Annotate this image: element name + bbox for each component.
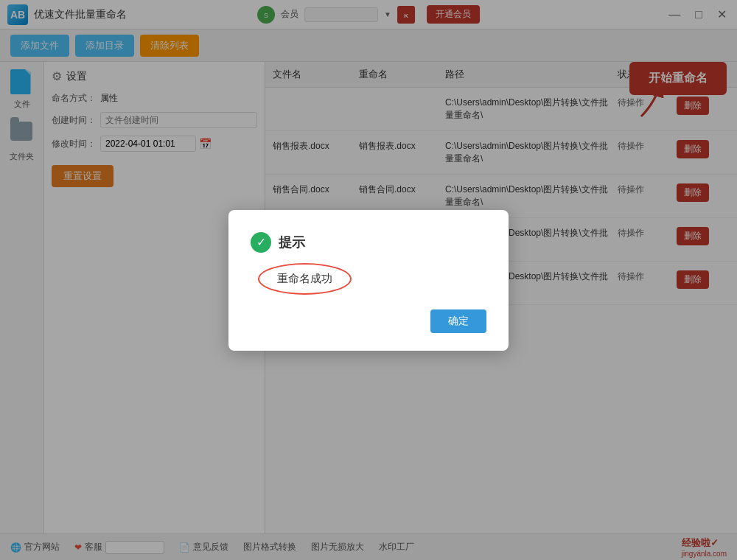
confirm-button[interactable]: 确定 — [430, 309, 486, 333]
modal-overlay: ✓ 提示 重命名成功 确定 — [0, 0, 737, 560]
dialog-title: 提示 — [279, 234, 305, 251]
success-dialog: ✓ 提示 重命名成功 确定 — [228, 210, 509, 351]
dialog-message-wrapper: 重命名成功 — [258, 263, 352, 295]
dialog-message: 重命名成功 — [277, 272, 332, 286]
success-icon: ✓ — [251, 232, 271, 253]
dialog-title-row: ✓ 提示 — [251, 232, 486, 253]
dialog-footer: 确定 — [251, 309, 486, 333]
